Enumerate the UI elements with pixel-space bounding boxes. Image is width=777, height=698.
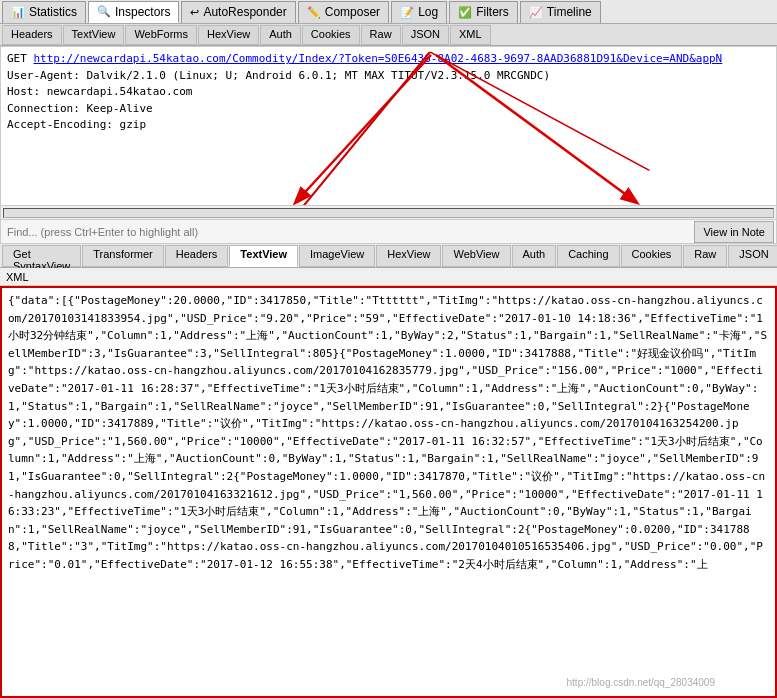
timeline-label: Timeline [547, 5, 592, 19]
sub-section-tabs: Get SyntaxView Transformer Headers TextV… [0, 244, 777, 268]
statistics-label: Statistics [29, 5, 77, 19]
filters-icon: ✅ [458, 6, 472, 19]
response-content: {"data":[{"PostageMoney":20.0000,"ID":34… [2, 288, 775, 578]
request-panel: GET http://newcardapi.54katao.com/Commod… [0, 46, 777, 206]
sub-tab-transformer[interactable]: Transformer [82, 245, 164, 267]
section-tab-hexview[interactable]: HexView [198, 25, 259, 45]
autoresponder-label: AutoResponder [203, 5, 286, 19]
xml-label: XML [0, 268, 777, 286]
inspectors-icon: 🔍 [97, 5, 111, 18]
lower-section: Get SyntaxView Transformer Headers TextV… [0, 244, 777, 698]
sub-tab-getsyntaxview[interactable]: Get SyntaxView [2, 245, 81, 267]
tab-composer[interactable]: ✏️ Composer [298, 1, 389, 23]
view-in-note-button[interactable]: View in Note [694, 221, 774, 243]
composer-icon: ✏️ [307, 6, 321, 19]
section-tabs: Headers TextView WebForms HexView Auth C… [0, 24, 777, 46]
sub-tab-raw[interactable]: Raw [683, 245, 727, 267]
section-tab-headers[interactable]: Headers [2, 25, 62, 45]
request-url[interactable]: http://newcardapi.54katao.com/Commodity/… [34, 52, 723, 65]
sub-tab-headers[interactable]: Headers [165, 245, 229, 267]
log-icon: 📝 [400, 6, 414, 19]
section-tab-raw[interactable]: Raw [361, 25, 401, 45]
tab-filters[interactable]: ✅ Filters [449, 1, 518, 23]
section-tab-json[interactable]: JSON [402, 25, 449, 45]
tab-timeline[interactable]: 📈 Timeline [520, 1, 601, 23]
sub-tab-webview[interactable]: WebView [442, 245, 510, 267]
section-tab-textview[interactable]: TextView [63, 25, 125, 45]
horizontal-scrollbar[interactable] [3, 208, 774, 218]
watermark: http://blog.csdn.net/qq_28034009 [567, 677, 715, 688]
response-wrapper: {"data":[{"PostageMoney":20.0000,"ID":34… [0, 286, 777, 698]
request-header-ua: User-Agent: Dalvik/2.1.0 (Linux; U; Andr… [7, 69, 550, 82]
sub-tab-hexview[interactable]: HexView [376, 245, 441, 267]
section-tab-xml[interactable]: XML [450, 25, 491, 45]
response-panel[interactable]: {"data":[{"PostageMoney":20.0000,"ID":34… [0, 286, 777, 698]
autoresponder-icon: ↩ [190, 6, 199, 19]
find-input[interactable] [1, 224, 694, 240]
statistics-icon: 📊 [11, 6, 25, 19]
log-label: Log [418, 5, 438, 19]
timeline-icon: 📈 [529, 6, 543, 19]
sub-tab-json[interactable]: JSON [728, 245, 777, 267]
section-tab-webforms[interactable]: WebForms [125, 25, 197, 45]
sub-tab-caching[interactable]: Caching [557, 245, 619, 267]
horizontal-scrollbar-area [0, 206, 777, 220]
top-toolbar: 📊 Statistics 🔍 Inspectors ↩ AutoResponde… [0, 0, 777, 24]
filters-label: Filters [476, 5, 509, 19]
main-container: 📊 Statistics 🔍 Inspectors ↩ AutoResponde… [0, 0, 777, 698]
find-bar: View in Note [0, 220, 777, 244]
section-tab-cookies[interactable]: Cookies [302, 25, 360, 45]
request-header-connection: Connection: Keep-Alive [7, 102, 153, 115]
request-header-encoding: Accept-Encoding: gzip [7, 118, 146, 131]
sub-tab-cookies[interactable]: Cookies [621, 245, 683, 267]
tab-log[interactable]: 📝 Log [391, 1, 447, 23]
inspectors-label: Inspectors [115, 5, 170, 19]
sub-tab-auth[interactable]: Auth [512, 245, 557, 267]
section-tab-auth[interactable]: Auth [260, 25, 301, 45]
tab-autoresponder[interactable]: ↩ AutoResponder [181, 1, 295, 23]
sub-tab-imageview[interactable]: ImageView [299, 245, 375, 267]
composer-label: Composer [325, 5, 380, 19]
sub-tab-textview[interactable]: TextView [229, 245, 298, 267]
request-header-host: Host: newcardapi.54katao.com [7, 85, 192, 98]
request-content[interactable]: GET http://newcardapi.54katao.com/Commod… [1, 47, 776, 205]
tab-statistics[interactable]: 📊 Statistics [2, 1, 86, 23]
tab-inspectors[interactable]: 🔍 Inspectors [88, 1, 179, 23]
request-method: GET [7, 52, 34, 65]
